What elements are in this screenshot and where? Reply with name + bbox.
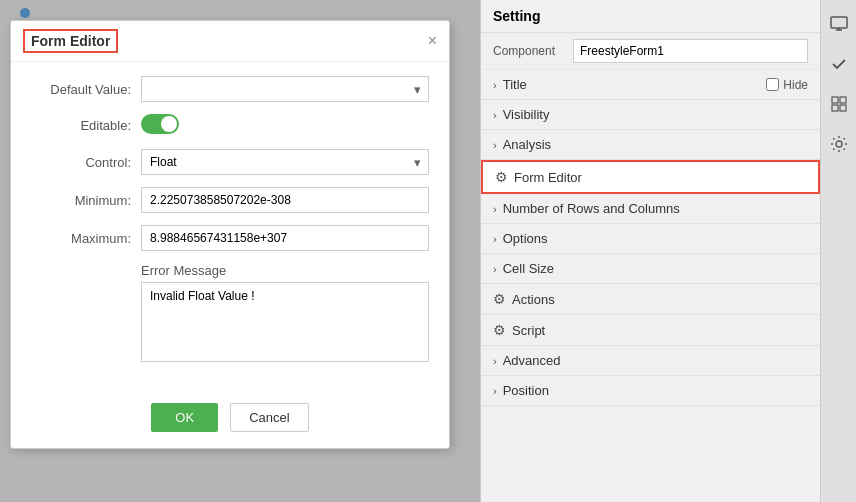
section-cell-size[interactable]: › Cell Size: [481, 254, 820, 284]
setting-header: Setting: [481, 0, 820, 33]
error-message-section: Error Message Invalid Float Value !: [31, 263, 429, 365]
svg-rect-5: [832, 105, 838, 111]
maximum-input[interactable]: [141, 225, 429, 251]
hide-label: Hide: [783, 78, 808, 92]
chevron-analysis-icon: ›: [493, 139, 497, 151]
control-label: Control:: [31, 155, 141, 170]
maximum-row: Maximum:: [31, 225, 429, 251]
section-analysis-label: Analysis: [503, 137, 551, 152]
editable-row: Editable:: [31, 114, 429, 137]
section-visibility[interactable]: › Visibility: [481, 100, 820, 130]
monitor-icon-btn[interactable]: [825, 10, 853, 38]
section-options[interactable]: › Options: [481, 224, 820, 254]
ok-button[interactable]: OK: [151, 403, 218, 432]
checkmark-icon: [830, 55, 848, 73]
modal-close-button[interactable]: ×: [428, 32, 437, 50]
control-control: FloatIntegerText: [141, 149, 429, 175]
chevron-cell-size-icon: ›: [493, 263, 497, 275]
grid-icon-btn[interactable]: [825, 90, 853, 118]
chevron-position-icon: ›: [493, 385, 497, 397]
grid-icon: [830, 95, 848, 113]
section-number-rows-cols[interactable]: › Number of Rows and Columns: [481, 194, 820, 224]
component-row: Component: [481, 33, 820, 70]
section-script-label: Script: [512, 323, 545, 338]
editable-toggle[interactable]: [141, 114, 179, 134]
section-cell-size-label: Cell Size: [503, 261, 554, 276]
section-visibility-label: Visibility: [503, 107, 550, 122]
default-value-select-wrapper: [141, 76, 429, 102]
chevron-options-icon: ›: [493, 233, 497, 245]
section-form-editor[interactable]: ⚙ Form Editor: [481, 160, 820, 194]
modal-body: Default Value: Editable:: [11, 62, 449, 391]
gear-script-icon: ⚙: [493, 322, 506, 338]
title-hide-checkbox[interactable]: [766, 78, 779, 91]
svg-point-7: [836, 141, 842, 147]
section-number-rows-cols-label: Number of Rows and Columns: [503, 201, 680, 216]
modal-footer: OK Cancel: [11, 391, 449, 448]
error-textarea-wrapper: Invalid Float Value !: [141, 282, 429, 365]
default-value-label: Default Value:: [31, 82, 141, 97]
section-actions[interactable]: ⚙ Actions: [481, 284, 820, 315]
section-position[interactable]: › Position: [481, 376, 820, 406]
gear-form-editor-icon: ⚙: [495, 169, 508, 185]
component-input[interactable]: [573, 39, 808, 63]
section-title[interactable]: › Title Hide: [481, 70, 820, 100]
chevron-title-icon: ›: [493, 79, 497, 91]
modal-title-bar: Form Editor ×: [11, 21, 449, 62]
error-message-textarea[interactable]: Invalid Float Value !: [141, 282, 429, 362]
minimum-row: Minimum:: [31, 187, 429, 213]
monitor-icon: [830, 15, 848, 33]
section-advanced[interactable]: › Advanced: [481, 346, 820, 376]
section-analysis[interactable]: › Analysis: [481, 130, 820, 160]
section-script[interactable]: ⚙ Script: [481, 315, 820, 346]
minimum-input[interactable]: [141, 187, 429, 213]
gear-icon-btn[interactable]: [825, 130, 853, 158]
svg-rect-6: [840, 105, 846, 111]
svg-rect-3: [832, 97, 838, 103]
setting-panel: Setting Component › Title Hide › Visibil…: [480, 0, 820, 502]
cancel-button[interactable]: Cancel: [230, 403, 308, 432]
gear-sidebar-icon: [830, 135, 848, 153]
minimum-control: [141, 187, 429, 213]
section-actions-label: Actions: [512, 292, 555, 307]
error-message-label: Error Message: [141, 263, 429, 278]
section-options-label: Options: [503, 231, 548, 246]
right-sidebar: [820, 0, 856, 502]
chevron-advanced-icon: ›: [493, 355, 497, 367]
default-value-control: [141, 76, 429, 102]
default-value-select[interactable]: [141, 76, 429, 102]
chevron-visibility-icon: ›: [493, 109, 497, 121]
maximum-label: Maximum:: [31, 231, 141, 246]
component-label: Component: [493, 44, 573, 58]
modal-overlay: Form Editor × Default Value: Editable:: [0, 0, 480, 502]
control-select-wrapper: FloatIntegerText: [141, 149, 429, 175]
control-select[interactable]: FloatIntegerText: [141, 149, 429, 175]
sections-list: › Title Hide › Visibility › Analysis ⚙ F…: [481, 70, 820, 406]
section-form-editor-label: Form Editor: [514, 170, 582, 185]
section-title-label: Title: [503, 77, 527, 92]
setting-title: Setting: [493, 8, 540, 24]
checkmark-icon-btn[interactable]: [825, 50, 853, 78]
gear-actions-icon: ⚙: [493, 291, 506, 307]
form-editor-modal: Form Editor × Default Value: Editable:: [10, 20, 450, 449]
editable-control: [141, 114, 429, 137]
section-advanced-label: Advanced: [503, 353, 561, 368]
toggle-slider: [141, 114, 179, 134]
maximum-control: [141, 225, 429, 251]
minimum-label: Minimum:: [31, 193, 141, 208]
modal-title: Form Editor: [23, 29, 118, 53]
default-value-row: Default Value:: [31, 76, 429, 102]
chevron-rows-cols-icon: ›: [493, 203, 497, 215]
section-position-label: Position: [503, 383, 549, 398]
svg-rect-0: [831, 17, 847, 28]
control-row: Control: FloatIntegerText: [31, 149, 429, 175]
editable-label: Editable:: [31, 118, 141, 133]
svg-rect-4: [840, 97, 846, 103]
